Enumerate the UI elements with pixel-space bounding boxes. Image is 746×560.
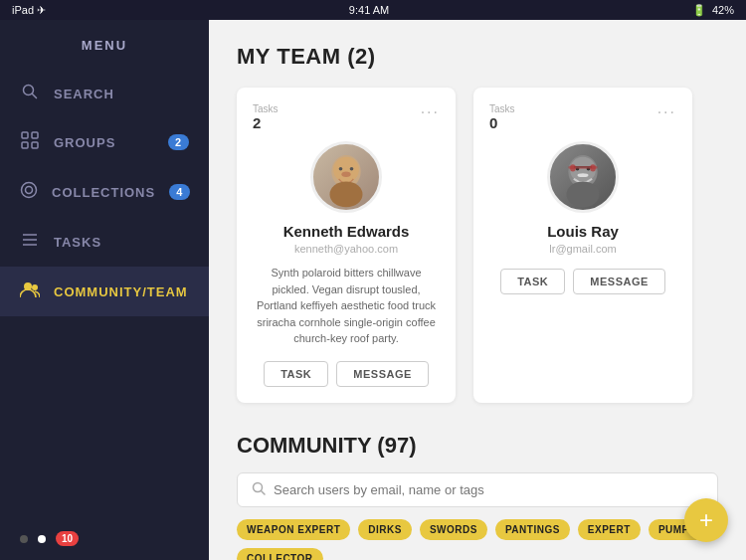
task-button-louis[interactable]: TASK xyxy=(500,269,565,294)
tag-pantings[interactable]: PANTINGS xyxy=(495,519,570,540)
sidebar-header: MENU xyxy=(0,20,209,70)
community-section: COMMUNITY (97) WEAPON EXPERT DIRKS SWORD… xyxy=(237,433,718,561)
status-device: iPad ✈ xyxy=(12,4,46,17)
avatar-louis xyxy=(547,141,619,213)
tasks-icon xyxy=(20,231,40,253)
sidebar-menu-label: MENU xyxy=(82,38,127,53)
more-dots-kenneth[interactable]: ··· xyxy=(421,103,440,121)
sidebar-item-collections[interactable]: COLLECTIONS 4 xyxy=(0,167,209,217)
tag-swords[interactable]: SWORDS xyxy=(420,519,487,540)
avatar-kenneth xyxy=(310,141,382,213)
sidebar: MENU SEARCH GROUPS 2 COLLECTIONS xyxy=(0,20,209,560)
collections-icon xyxy=(20,181,38,203)
task-button-kenneth[interactable]: TASK xyxy=(264,361,328,387)
svg-point-15 xyxy=(339,167,343,171)
svg-point-17 xyxy=(341,172,350,178)
sidebar-nav: SEARCH GROUPS 2 COLLECTIONS 4 T xyxy=(0,70,209,517)
tag-expert[interactable]: EXPERT xyxy=(578,519,641,540)
message-button-louis[interactable]: MESSAGE xyxy=(573,269,665,294)
collections-badge: 4 xyxy=(169,184,190,200)
tag-collector[interactable]: COLLECTOR xyxy=(237,548,323,561)
card-actions-kenneth: TASK MESSAGE xyxy=(253,361,440,387)
card-name-kenneth: Kenneth Edwards xyxy=(253,223,440,240)
groups-badge: 2 xyxy=(168,134,189,150)
dot-1[interactable] xyxy=(20,535,28,543)
avatar-wrap-kenneth xyxy=(253,141,440,213)
card-email-louis: lr@gmail.com xyxy=(489,243,676,255)
svg-rect-4 xyxy=(22,142,28,148)
search-icon xyxy=(20,84,40,103)
svg-point-12 xyxy=(32,284,38,290)
svg-rect-2 xyxy=(22,132,28,138)
community-title: COMMUNITY (97) xyxy=(237,433,718,459)
status-time: 9:41 AM xyxy=(349,4,389,16)
svg-point-16 xyxy=(350,167,354,171)
svg-point-7 xyxy=(26,187,33,194)
my-team-section: MY TEAM (2) Tasks 2 ··· xyxy=(237,44,718,403)
search-bar[interactable] xyxy=(237,472,718,507)
card-top-louis: Tasks 0 ··· xyxy=(489,103,676,131)
sidebar-item-label: TASKS xyxy=(54,235,101,250)
tag-dirks[interactable]: DIRKS xyxy=(358,519,412,540)
card-name-louis: Louis Ray xyxy=(489,223,676,240)
team-card-louis: Tasks 0 ··· Louis Ray lr@gmail.com TASK xyxy=(473,88,692,403)
more-dots-louis[interactable]: ··· xyxy=(657,103,676,121)
tasks-label-louis: Tasks xyxy=(489,103,515,114)
search-input[interactable] xyxy=(274,482,703,497)
svg-point-14 xyxy=(333,157,359,183)
message-button-kenneth[interactable]: MESSAGE xyxy=(336,361,429,387)
main-content: MY TEAM (2) Tasks 2 ··· xyxy=(209,20,746,560)
sidebar-item-label: SEARCH xyxy=(54,87,114,101)
tag-weapon-expert[interactable]: WEAPON EXPERT xyxy=(237,519,350,540)
status-right: 🔋 42% xyxy=(692,4,734,17)
card-email-kenneth: kenneth@yahoo.com xyxy=(253,243,440,255)
svg-point-24 xyxy=(578,173,589,177)
tasks-count-louis: 0 xyxy=(489,114,515,131)
app-container: MENU SEARCH GROUPS 2 COLLECTIONS xyxy=(0,20,746,560)
svg-rect-5 xyxy=(32,142,38,148)
card-top-kenneth: Tasks 2 ··· xyxy=(253,103,440,131)
sidebar-bottom: 10 xyxy=(0,517,209,560)
svg-point-18 xyxy=(330,182,363,208)
tasks-info-louis: Tasks 0 xyxy=(489,103,515,131)
tags-row: WEAPON EXPERT DIRKS SWORDS PANTINGS EXPE… xyxy=(237,519,718,561)
svg-rect-3 xyxy=(32,132,38,138)
sidebar-item-label: COMMUNITY/TEAM xyxy=(54,284,188,299)
svg-rect-28 xyxy=(568,166,597,169)
svg-line-1 xyxy=(33,94,37,98)
tasks-count-kenneth: 2 xyxy=(253,114,279,131)
sidebar-item-groups[interactable]: GROUPS 2 xyxy=(0,117,209,167)
battery-percent: 42% xyxy=(712,4,734,16)
groups-icon xyxy=(20,131,40,153)
dot-2[interactable] xyxy=(38,535,46,543)
battery-indicator: 🔋 xyxy=(692,4,706,17)
team-cards: Tasks 2 ··· Kenneth Edwards kenneth@yaho… xyxy=(237,88,718,403)
community-icon xyxy=(20,280,40,302)
notification-badge: 10 xyxy=(56,531,79,546)
sidebar-item-label: COLLECTIONS xyxy=(52,185,155,200)
avatar-wrap-louis xyxy=(489,141,676,213)
team-card-kenneth: Tasks 2 ··· Kenneth Edwards kenneth@yaho… xyxy=(237,88,456,403)
sidebar-item-label: GROUPS xyxy=(54,135,115,150)
svg-line-30 xyxy=(262,490,266,494)
tasks-info-kenneth: Tasks 2 xyxy=(253,103,279,131)
tasks-label-kenneth: Tasks xyxy=(253,103,279,114)
sidebar-item-search[interactable]: SEARCH xyxy=(0,70,209,117)
svg-point-25 xyxy=(567,182,600,208)
status-bar: iPad ✈ 9:41 AM 🔋 42% xyxy=(0,0,746,20)
add-fab[interactable]: + xyxy=(684,498,728,542)
my-team-title: MY TEAM (2) xyxy=(237,44,718,70)
status-left: iPad ✈ xyxy=(12,4,46,17)
svg-point-6 xyxy=(22,183,37,198)
card-bio-kenneth: Synth polaroid bitters chillwave pickled… xyxy=(253,265,440,347)
sidebar-item-community[interactable]: COMMUNITY/TEAM xyxy=(0,267,209,316)
card-actions-louis: TASK MESSAGE xyxy=(489,269,676,294)
sidebar-item-tasks[interactable]: TASKS xyxy=(0,217,209,267)
search-icon xyxy=(252,481,266,498)
